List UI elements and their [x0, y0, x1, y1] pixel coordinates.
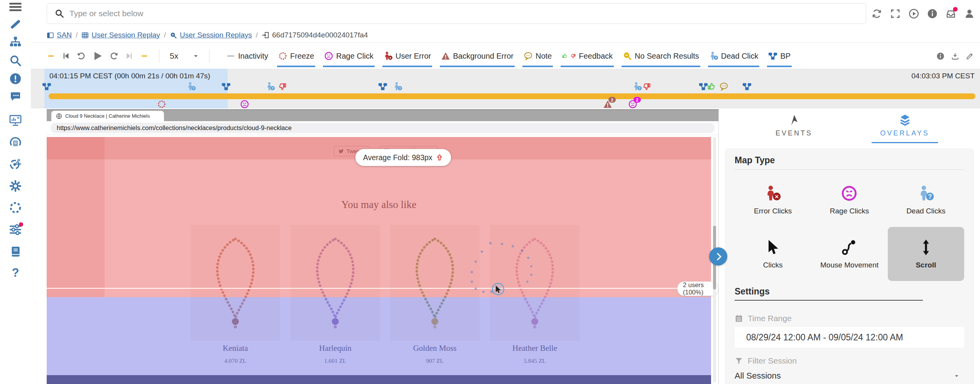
marker-dead-click[interactable]: ?	[393, 82, 402, 91]
marker-rage[interactable]: 2	[628, 100, 637, 109]
map-type-dead-clicks[interactable]: ?Dead Clicks	[888, 173, 964, 227]
timeline-activity-bar[interactable]	[49, 93, 975, 99]
marker-note[interactable]	[719, 82, 728, 91]
forward-button[interactable]	[110, 52, 118, 60]
map-type-title: Map Type	[735, 155, 964, 166]
legend-dead-click[interactable]: ?Dead Click	[709, 43, 759, 69]
map-type-mouse-movement[interactable]: Mouse Movement	[811, 227, 887, 281]
marker-thumb-down[interactable]	[278, 82, 287, 91]
legend-freeze[interactable]: Freeze	[278, 43, 314, 69]
playback-speed-select[interactable]: 5x	[170, 51, 199, 61]
right-panel: EVENTSOVERLAYS Map Type ×Error ClicksRag…	[718, 108, 980, 384]
legend-label: Background Error	[453, 52, 514, 61]
legend-background-error[interactable]: Background Error	[441, 43, 514, 69]
play-button[interactable]	[92, 50, 103, 62]
download-icon[interactable]	[951, 52, 959, 60]
time-range-input[interactable]: 08/29/24 12:00 AM - 09/05/24 12:00 AM	[735, 327, 964, 348]
overlays-card: Map Type ×Error ClicksRage Clicks?Dead C…	[725, 149, 974, 384]
breadcrumb-item-0[interactable]: SAN	[47, 31, 72, 39]
breadcrumb-separator: /	[164, 31, 166, 39]
breadcrumb-link[interactable]: SAN	[57, 31, 72, 39]
legend-label: BP	[780, 52, 791, 61]
info-icon[interactable]	[927, 8, 938, 19]
skip-forward-button[interactable]	[125, 52, 133, 60]
product-price: 5.845 ZL	[490, 357, 580, 364]
map-type-label: Rage Clicks	[830, 207, 869, 215]
decrease-marker-button[interactable]	[47, 52, 55, 60]
rewind-button[interactable]	[77, 52, 85, 60]
share-pie-icon[interactable]	[9, 158, 22, 170]
gear-icon[interactable]	[9, 180, 22, 192]
inbox-icon[interactable]	[946, 8, 956, 19]
marker-bp[interactable]	[42, 82, 51, 91]
alert-icon[interactable]	[9, 73, 22, 85]
legend-no-search-results[interactable]: No Search Results	[623, 43, 699, 69]
legend-rage-click[interactable]: Rage Click	[324, 43, 373, 69]
skip-back-button[interactable]	[62, 52, 70, 60]
map-type-error-clicks[interactable]: ×Error Clicks	[735, 173, 811, 227]
fold-users-badge: 2 users (100%)	[677, 281, 718, 296]
marker-bp[interactable]	[221, 82, 231, 91]
event-legend: InactivityFreezeRage Click×User ErrorBac…	[226, 43, 791, 69]
breadcrumb-link[interactable]: User Session Replays	[180, 31, 252, 39]
legend-user-error[interactable]: ×User Error	[384, 43, 431, 69]
marker-dead-click[interactable]: ?	[633, 82, 642, 91]
legend-inactivity[interactable]: Inactivity	[226, 43, 268, 69]
sliders-icon[interactable]	[9, 223, 22, 236]
marker-thumb-up[interactable]	[707, 82, 716, 91]
chat-icon[interactable]	[9, 90, 22, 103]
thumb-down-icon	[570, 52, 576, 60]
global-search[interactable]	[47, 3, 866, 24]
info-icon[interactable]	[936, 52, 945, 60]
marker-bp[interactable]	[378, 82, 387, 91]
marker-freeze[interactable]	[157, 100, 166, 109]
search-minus-icon	[623, 51, 632, 61]
product-image	[291, 225, 380, 341]
marker-rage[interactable]	[240, 100, 249, 109]
pencil-icon[interactable]	[9, 18, 22, 30]
collapse-panel-button[interactable]	[709, 247, 727, 266]
map-type-scroll[interactable]: Scroll	[888, 227, 964, 281]
fullscreen-icon[interactable]	[890, 8, 901, 19]
search-input[interactable]	[64, 8, 866, 19]
settings-title: Settings	[735, 286, 964, 297]
marker-bp[interactable]	[699, 82, 708, 91]
play-circle-icon[interactable]	[909, 8, 919, 19]
breadcrumb-link[interactable]: User Session Replay	[91, 31, 160, 39]
filter-session-select[interactable]: All Sessions	[735, 371, 964, 381]
map-type-label: Scroll	[916, 261, 936, 269]
tab-events[interactable]: EVENTS	[761, 114, 827, 147]
session-id: 66d7175094d4e00024017fa4	[272, 31, 368, 39]
marker-dead-click[interactable]: ?	[266, 82, 275, 91]
marker-dead-click[interactable]: ?	[187, 82, 196, 91]
map-type-rage-clicks[interactable]: Rage Clicks	[811, 173, 887, 227]
filter-session-value: All Sessions	[735, 371, 781, 381]
breadcrumb-item-2[interactable]: User Session Replays	[170, 31, 252, 39]
search-icon[interactable]	[9, 54, 22, 67]
refresh-icon[interactable]	[872, 8, 882, 19]
marker-thumb-down[interactable]	[642, 82, 651, 91]
book-icon[interactable]	[9, 245, 22, 258]
session-timeline[interactable]: 04:01:15 PM CEST (00h 00m 21s / 00h 01m …	[31, 69, 980, 108]
legend-note[interactable]: Note	[524, 43, 552, 69]
tab-overlays[interactable]: OVERLAYS	[872, 114, 938, 147]
marker-warn[interactable]: 2	[603, 100, 612, 109]
menu-icon[interactable]	[9, 1, 22, 13]
caret-down-icon	[193, 53, 199, 59]
legend-feedback[interactable]: Feedback	[562, 43, 613, 69]
marker-bp[interactable]	[742, 82, 752, 91]
svg-text:?: ?	[715, 56, 717, 60]
monitor-chart-icon[interactable]	[9, 114, 22, 127]
edit-icon[interactable]	[966, 52, 974, 60]
question-icon[interactable]: ?	[9, 267, 22, 279]
increase-marker-button[interactable]	[140, 52, 149, 60]
data-rings-icon[interactable]	[9, 136, 22, 148]
dashed-circle-icon[interactable]	[9, 201, 22, 214]
mouse-trail	[452, 228, 552, 305]
map-type-clicks[interactable]: Clicks	[735, 227, 811, 281]
sitemap-icon[interactable]	[9, 36, 22, 49]
breadcrumb-item-1[interactable]: User Session Replay	[81, 31, 160, 39]
legend-bp[interactable]: BP	[768, 43, 791, 69]
svg-text:?: ?	[928, 193, 932, 200]
user-icon[interactable]	[964, 8, 975, 19]
